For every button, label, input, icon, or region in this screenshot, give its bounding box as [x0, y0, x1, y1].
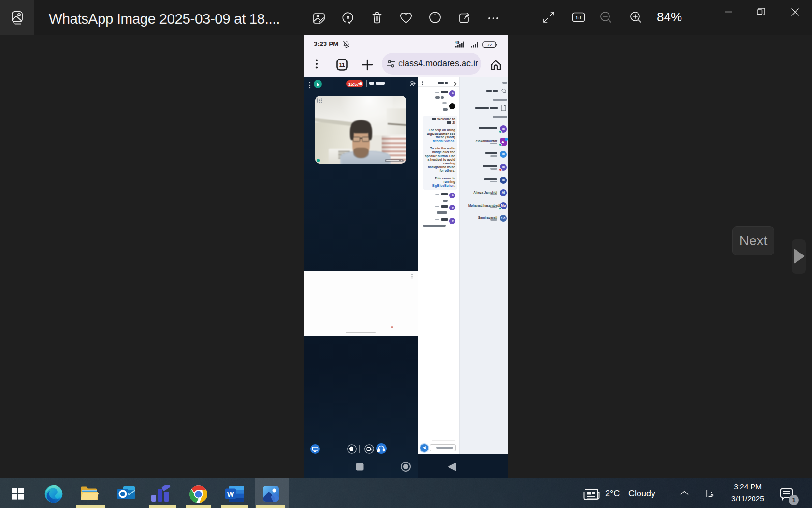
svg-text:11: 11: [339, 62, 345, 68]
svg-text:W: W: [227, 490, 234, 498]
svg-text:77: 77: [487, 43, 492, 47]
svg-text:1:1: 1:1: [575, 15, 582, 20]
svg-text:4G: 4G: [455, 41, 460, 44]
